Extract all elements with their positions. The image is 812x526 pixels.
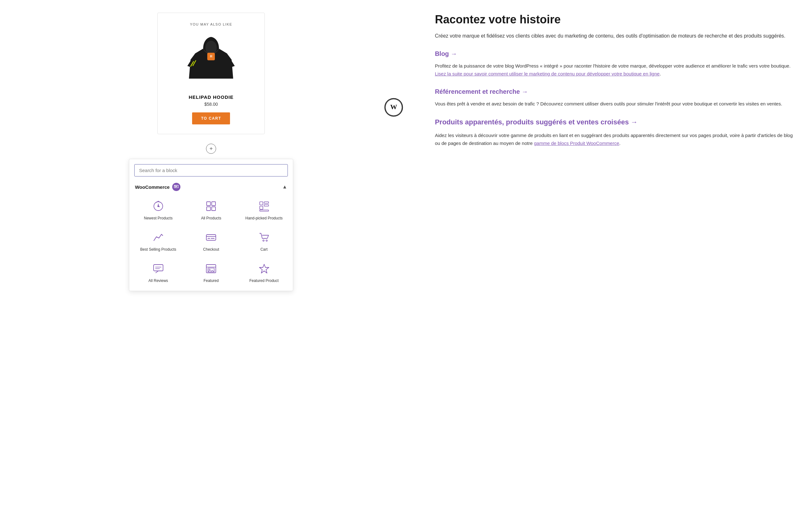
add-block-button[interactable]: + xyxy=(206,144,216,154)
newest-products-icon xyxy=(151,199,165,213)
related-section-body: Aidez les visiteurs à découvrir votre ga… xyxy=(435,131,793,148)
page-title: Racontez votre histoire xyxy=(435,13,793,26)
checkout-label: Checkout xyxy=(203,247,219,252)
checkout-icon xyxy=(204,230,218,244)
svg-rect-13 xyxy=(207,207,211,211)
seo-section-heading[interactable]: Référencement et recherche → xyxy=(435,88,793,95)
cart-icon xyxy=(257,230,271,244)
svg-marker-33 xyxy=(259,264,269,273)
blog-section-heading[interactable]: Blog → xyxy=(435,50,793,58)
blocks-grid: Newest Products All Products xyxy=(129,194,293,288)
hand-picked-icon xyxy=(257,199,271,213)
left-panel: YOU MAY ALSO LIKE H HELIPAD HOODIE $58.0… xyxy=(0,0,422,526)
you-may-also-like-label: YOU MAY ALSO LIKE xyxy=(170,22,252,26)
all-reviews-label: All Reviews xyxy=(148,278,168,284)
blog-read-more-link[interactable]: Lisez la suite pour savoir comment utili… xyxy=(435,71,659,76)
block-item-checkout[interactable]: Checkout xyxy=(185,225,237,257)
chevron-up-icon: ▲ xyxy=(282,184,287,190)
svg-rect-18 xyxy=(260,206,263,209)
product-name: HELIPAD HOODIE xyxy=(170,94,252,100)
svg-rect-11 xyxy=(207,202,211,206)
woo-logo-badge: Woo xyxy=(172,183,180,191)
svg-rect-12 xyxy=(212,202,216,206)
block-search-wrap xyxy=(129,164,293,180)
block-item-newest-products[interactable]: Newest Products xyxy=(132,194,185,225)
woocommerce-blocks-link[interactable]: gamme de blocs Produit WooCommerce xyxy=(534,140,619,146)
blog-section-body: Profitez de la puissance de votre blog W… xyxy=(435,62,793,78)
featured-product-icon xyxy=(257,262,271,276)
seo-section-body: Vous êtes prêt à vendre et avez besoin d… xyxy=(435,100,793,108)
product-card: YOU MAY ALSO LIKE H HELIPAD HOODIE $58.0… xyxy=(157,13,265,134)
svg-rect-17 xyxy=(264,205,269,206)
newest-products-label: Newest Products xyxy=(144,216,173,221)
svg-point-10 xyxy=(158,206,159,207)
block-item-all-reviews[interactable]: All Reviews xyxy=(132,257,185,288)
woocommerce-section-header[interactable]: WooCommerce Woo ▲ xyxy=(129,180,293,194)
svg-text:Woo: Woo xyxy=(174,185,177,187)
intro-text: Créez votre marque et fidélisez vos clie… xyxy=(435,32,793,40)
best-selling-icon xyxy=(151,230,165,244)
svg-point-25 xyxy=(266,240,267,241)
all-products-label: All Products xyxy=(201,216,221,221)
svg-rect-26 xyxy=(154,265,163,271)
block-item-best-selling[interactable]: Best Selling Products xyxy=(132,225,185,257)
featured-product-label: Featured Product xyxy=(249,278,279,284)
add-block-row: + xyxy=(10,144,412,154)
cart-label: Cart xyxy=(260,247,267,252)
all-reviews-icon xyxy=(151,262,165,276)
svg-rect-15 xyxy=(260,202,263,205)
hoodie-image: H xyxy=(186,31,236,88)
block-item-cart[interactable]: Cart xyxy=(237,225,290,257)
svg-rect-14 xyxy=(212,207,216,211)
block-item-hand-picked[interactable]: Hand-picked Products xyxy=(237,194,290,225)
svg-point-24 xyxy=(263,240,264,241)
right-panel: Racontez votre histoire Créez votre marq… xyxy=(422,0,812,526)
woocommerce-text: WooCommerce xyxy=(135,184,170,190)
block-item-all-products[interactable]: All Products xyxy=(185,194,237,225)
woocommerce-label: WooCommerce Woo xyxy=(135,183,180,191)
block-picker-panel: WooCommerce Woo ▲ xyxy=(129,159,293,291)
all-products-icon xyxy=(204,199,218,213)
add-to-cart-button[interactable]: TO CART xyxy=(192,112,230,124)
block-item-featured[interactable]: Featured xyxy=(185,257,237,288)
svg-rect-16 xyxy=(264,202,269,203)
product-price: $58.00 xyxy=(170,102,252,107)
svg-point-0 xyxy=(205,41,217,55)
wordpress-logo: W xyxy=(384,98,403,118)
svg-text:W: W xyxy=(390,103,397,111)
block-item-featured-product[interactable]: Featured Product xyxy=(237,257,290,288)
featured-icon xyxy=(204,262,218,276)
related-section-heading[interactable]: Produits apparentés, produits suggérés e… xyxy=(435,118,793,127)
best-selling-label: Best Selling Products xyxy=(140,247,176,252)
hand-picked-label: Hand-picked Products xyxy=(245,216,282,221)
svg-rect-20 xyxy=(206,235,216,240)
block-search-input[interactable] xyxy=(134,164,288,177)
svg-text:H: H xyxy=(210,55,212,58)
svg-rect-19 xyxy=(260,210,269,211)
featured-label: Featured xyxy=(203,278,219,284)
